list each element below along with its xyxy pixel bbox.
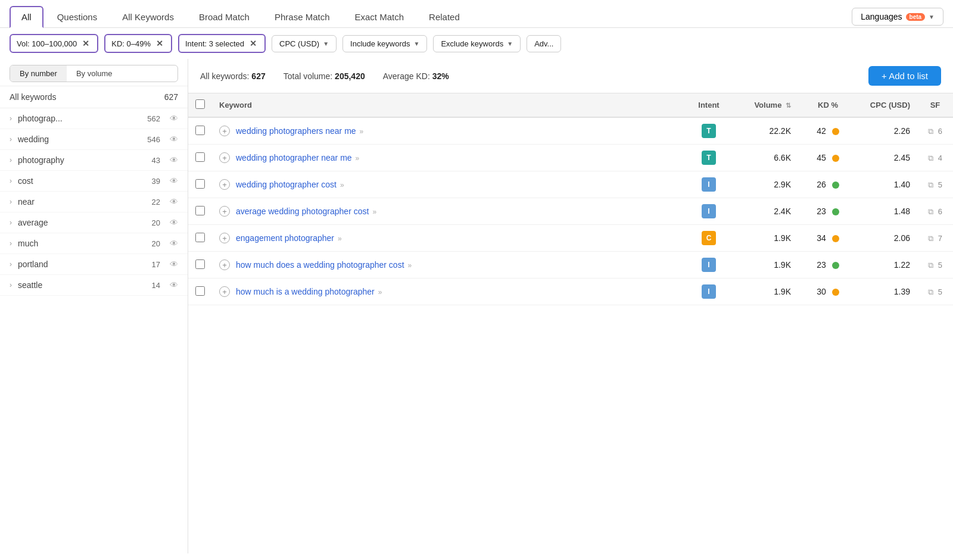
copy-icon[interactable]: ⧉: [928, 287, 933, 296]
keyword-link[interactable]: + engagement photographer »: [219, 233, 678, 243]
sidebar-keyword-name: portland: [18, 259, 147, 269]
sidebar-keyword-count: 14: [152, 281, 160, 290]
sidebar-keyword-name: photograp...: [18, 114, 142, 123]
kd-dot: [832, 262, 839, 269]
double-arrow-icon: »: [340, 181, 344, 189]
sort-icon: ⇅: [786, 102, 791, 109]
kd-cell: 23: [798, 198, 858, 225]
sidebar-item-seattle[interactable]: › seattle 14 👁: [0, 275, 188, 296]
include-keywords-label: Include keywords: [350, 39, 410, 48]
keyword-link[interactable]: + average wedding photographer cost »: [219, 206, 678, 217]
expand-icon: ›: [10, 260, 12, 268]
languages-button[interactable]: Languages beta ▼: [852, 8, 943, 26]
row-checkbox-cell: [188, 145, 212, 171]
volume-column-header[interactable]: Volume ⇅: [733, 93, 798, 117]
eye-icon[interactable]: 👁: [170, 114, 178, 123]
keyword-column-header: Keyword: [212, 93, 685, 117]
eye-icon[interactable]: 👁: [170, 259, 178, 269]
kd-filter-remove[interactable]: ✕: [154, 38, 165, 49]
tab-all-keywords[interactable]: All Keywords: [111, 7, 185, 27]
vol-filter-remove[interactable]: ✕: [80, 38, 91, 49]
keywords-table-container: Keyword Intent Volume ⇅ KD % CPC (USD) S…: [188, 93, 953, 553]
sidebar-item-photography[interactable]: › photography 43 👁: [0, 150, 188, 171]
copy-icon[interactable]: ⧉: [928, 154, 933, 162]
keyword-link[interactable]: + wedding photographer near me »: [219, 152, 678, 163]
cpc-dropdown[interactable]: CPC (USD) ▼: [272, 35, 337, 52]
row-checkbox[interactable]: [195, 286, 205, 296]
tab-questions[interactable]: Questions: [46, 7, 109, 27]
keyword-link[interactable]: + wedding photographers near me »: [219, 126, 678, 136]
sidebar-item-average[interactable]: › average 20 👁: [0, 212, 188, 233]
total-volume-value: 205,420: [335, 71, 365, 81]
row-checkbox-cell: [188, 171, 212, 198]
row-checkbox[interactable]: [195, 259, 205, 269]
sidebar-item-portland[interactable]: › portland 17 👁: [0, 254, 188, 275]
copy-icon[interactable]: ⧉: [928, 180, 933, 189]
include-keywords-chevron-icon: ▼: [414, 40, 420, 47]
avg-kd-value: 32%: [432, 71, 449, 81]
eye-icon[interactable]: 👁: [170, 239, 178, 248]
tab-broad-match[interactable]: Broad Match: [188, 7, 261, 27]
sidebar: By number By volume All keywords 627 › p…: [0, 59, 188, 553]
cpc-column-header: CPC (USD): [858, 93, 917, 117]
keyword-link[interactable]: + wedding photographer cost »: [219, 179, 678, 190]
intent-cell: T: [685, 145, 733, 171]
cpc-cell: 2.06: [858, 225, 917, 252]
view-by-volume-button[interactable]: By volume: [67, 65, 122, 82]
sidebar-item-photograp[interactable]: › photograp... 562 👁: [0, 108, 188, 129]
exclude-keywords-dropdown[interactable]: Exclude keywords ▼: [433, 35, 521, 52]
row-checkbox[interactable]: [195, 233, 205, 242]
tab-phrase-match[interactable]: Phrase Match: [263, 7, 341, 27]
keyword-link[interactable]: + how much is a wedding photographer »: [219, 286, 678, 297]
sidebar-item-cost[interactable]: › cost 39 👁: [0, 171, 188, 192]
summary-bar: All keywords: 627 Total volume: 205,420 …: [188, 59, 953, 93]
kd-cell: 26: [798, 171, 858, 198]
sf-cell: ⧉ 6: [917, 117, 953, 145]
sidebar-keyword-count: 562: [147, 114, 160, 123]
tab-exact-match[interactable]: Exact Match: [344, 7, 416, 27]
keyword-link[interactable]: + how much does a wedding photographer c…: [219, 259, 678, 270]
row-checkbox[interactable]: [195, 126, 205, 135]
row-checkbox[interactable]: [195, 179, 205, 189]
sidebar-item-much[interactable]: › much 20 👁: [0, 233, 188, 254]
cpc-cell: 1.39: [858, 279, 917, 305]
keyword-cell: + how much does a wedding photographer c…: [212, 252, 685, 279]
eye-icon[interactable]: 👁: [170, 197, 178, 207]
view-by-number-button[interactable]: By number: [10, 65, 67, 82]
add-keyword-icon: +: [219, 179, 230, 190]
select-all-checkbox[interactable]: [195, 99, 205, 109]
row-checkbox[interactable]: [195, 206, 205, 215]
copy-icon[interactable]: ⧉: [928, 234, 933, 243]
tab-related[interactable]: Related: [418, 7, 471, 27]
copy-icon[interactable]: ⧉: [928, 127, 933, 136]
volume-cell: 1.9K: [733, 225, 798, 252]
advanced-dropdown[interactable]: Adv...: [527, 35, 561, 52]
expand-icon: ›: [10, 114, 12, 123]
add-keyword-icon: +: [219, 286, 230, 297]
sidebar-item-wedding[interactable]: › wedding 546 👁: [0, 129, 188, 150]
include-keywords-dropdown[interactable]: Include keywords ▼: [342, 35, 427, 52]
cpc-cell: 2.26: [858, 117, 917, 145]
eye-icon[interactable]: 👁: [170, 280, 178, 290]
eye-icon[interactable]: 👁: [170, 134, 178, 144]
table-row: + average wedding photographer cost » I …: [188, 198, 953, 225]
sf-number: 5: [938, 261, 942, 270]
sf-column-header: SF: [917, 93, 953, 117]
copy-icon[interactable]: ⧉: [928, 261, 933, 270]
intent-badge: I: [702, 204, 716, 218]
eye-icon[interactable]: 👁: [170, 155, 178, 165]
intent-filter-remove[interactable]: ✕: [248, 38, 259, 49]
kd-cell: 34: [798, 225, 858, 252]
eye-icon[interactable]: 👁: [170, 218, 178, 227]
copy-icon[interactable]: ⧉: [928, 207, 933, 216]
view-toggle: By number By volume: [10, 65, 178, 82]
add-to-list-button[interactable]: + Add to list: [868, 66, 941, 86]
vol-filter-label: Vol: 100–100,000: [17, 39, 77, 48]
sidebar-keyword-count: 17: [152, 260, 160, 269]
sidebar-item-near[interactable]: › near 22 👁: [0, 192, 188, 212]
row-checkbox[interactable]: [195, 152, 205, 162]
tab-all[interactable]: All: [10, 6, 43, 28]
sf-cell: ⧉ 4: [917, 145, 953, 171]
double-arrow-icon: »: [356, 154, 360, 162]
eye-icon[interactable]: 👁: [170, 176, 178, 186]
